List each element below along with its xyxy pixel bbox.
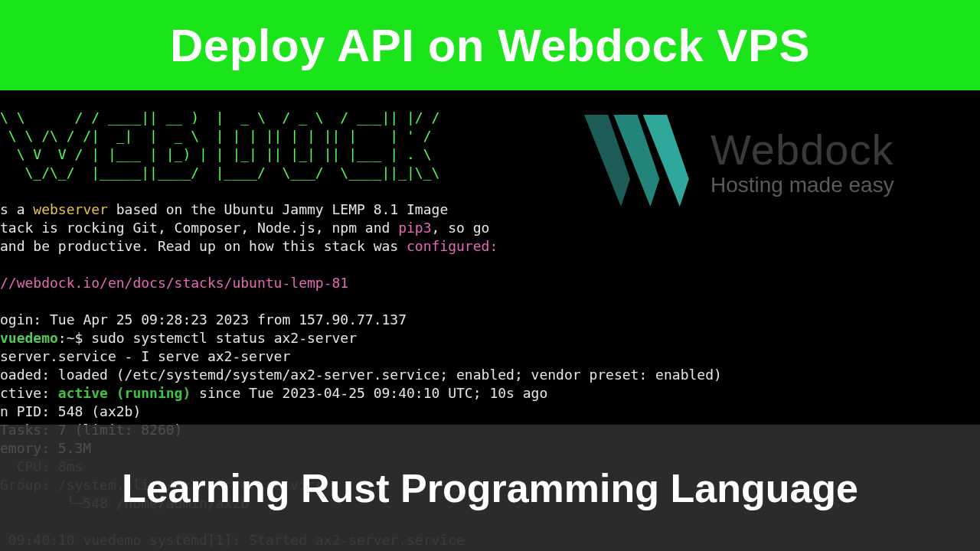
motd-line: s a webserver based on the Ubuntu Jammy … [0, 201, 448, 217]
webdock-logo-icon [582, 115, 697, 207]
docs-url: //webdock.io/en/docs/stacks/ubuntu-lemp-… [0, 275, 348, 291]
ascii-art-line: \ \ /\ / /| _| | _ \ | | | || | | || | |… [0, 128, 439, 144]
ascii-art-line: \ \ / / ____|| __ ) | _ \ / _ \ / ___|| … [0, 109, 439, 126]
brand-tagline: Hosting made easy [710, 173, 894, 197]
banner-top: Deploy API on Webdock VPS [0, 0, 980, 90]
motd-line: and be productive. Read up on how this s… [0, 238, 498, 254]
brand-name: Webdock [710, 125, 894, 174]
motd-line: tack is rocking Git, Composer, Node.js, … [0, 220, 489, 236]
service-desc: server.service - I serve ax2-server [0, 348, 290, 364]
loaded-line: oaded: loaded (/etc/systemd/system/ax2-s… [0, 367, 722, 383]
active-line: ctive: active (running) since Tue 2023-0… [0, 385, 547, 401]
brand-block: Webdock Hosting made easy [582, 107, 957, 214]
ascii-art-line: \ V V / | |___ | |_) | | |_| || |_| || |… [0, 146, 439, 162]
banner-bottom-title: Learning Rust Programming Language [122, 465, 858, 511]
prompt-line: vuedemo:~$ sudo systemctl status ax2-ser… [0, 330, 357, 346]
mainpid-line: n PID: 548 (ax2b) [0, 403, 141, 419]
banner-top-title: Deploy API on Webdock VPS [170, 19, 810, 72]
banner-bottom: Learning Rust Programming Language [0, 425, 980, 551]
ascii-art-line: \_/\_/ |_____||____/ |____/ \___/ \____|… [0, 165, 439, 181]
last-login: ogin: Tue Apr 25 09:28:23 2023 from 157.… [0, 311, 407, 328]
